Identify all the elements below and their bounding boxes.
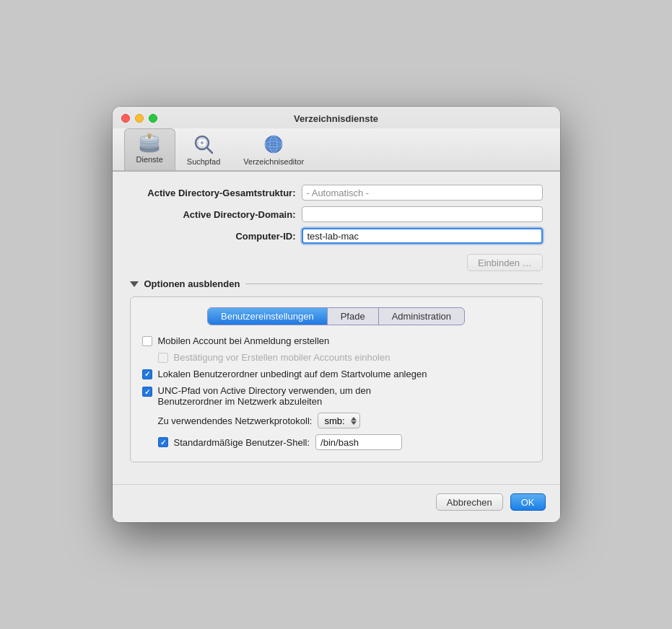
tab-bar: Benutzereinstellungen Pfade Administrati… xyxy=(142,307,531,325)
computer-id-input[interactable] xyxy=(302,228,543,244)
option-label-bestaetigung: Bestätigung vor Erstellen mobiler Accoun… xyxy=(174,352,390,363)
shell-row: Standardmäßige Benutzer-Shell: xyxy=(142,434,531,450)
tab-administration[interactable]: Administration xyxy=(379,308,464,325)
maximize-button[interactable] xyxy=(149,114,157,123)
options-toggle-label[interactable]: Optionen ausblenden xyxy=(144,278,240,289)
checkbox-bestaetigung[interactable] xyxy=(158,353,168,363)
computer-id-row: Computer-ID: xyxy=(130,228,543,244)
ok-button[interactable]: OK xyxy=(510,493,546,511)
toolbar-item-dienste[interactable]: Dienste xyxy=(124,128,175,170)
options-panel: Benutzereinstellungen Pfade Administrati… xyxy=(130,296,543,462)
option-row-mobile-account: Mobilen Account bei Anmeldung erstellen xyxy=(142,335,531,346)
toolbar: Dienste Suchpfad xyxy=(113,128,560,171)
network-label: Zu verwendendes Netzwerkprotokoll: xyxy=(158,415,313,426)
shell-label: Standardmäßige Benutzer-Shell: xyxy=(174,437,310,448)
network-select-value: smb: xyxy=(324,415,344,426)
title-bar: Verzeichnisdienste xyxy=(113,107,560,172)
checkbox-benutzerordner[interactable] xyxy=(142,369,152,379)
main-content: Active Directory-Gesamtstruktur: Active … xyxy=(113,172,560,484)
tab-benutzereinstellungen[interactable]: Benutzereinstellungen xyxy=(208,308,328,325)
verzeichniseditor-icon xyxy=(262,133,285,156)
toolbar-item-suchpfad[interactable]: Suchpfad xyxy=(175,128,232,170)
domain-row: Active Directory-Domain: xyxy=(130,206,543,222)
option-row-unc: UNC-Pfad von Active Directory verwenden,… xyxy=(142,385,531,407)
toolbar-item-verzeichniseditor-label: Verzeichniseditor xyxy=(243,157,304,166)
shell-input[interactable] xyxy=(315,434,402,450)
form-section: Active Directory-Gesamtstruktur: Active … xyxy=(130,185,543,244)
svg-line-12 xyxy=(207,148,212,153)
option-row-benutzerordner: Lokalen Benutzerordner unbedingt auf dem… xyxy=(142,369,531,379)
option-label-unc: UNC-Pfad von Active Directory verwenden,… xyxy=(158,385,372,407)
network-select[interactable]: smb: xyxy=(318,413,359,428)
minimize-button[interactable] xyxy=(135,114,144,123)
dienste-icon xyxy=(138,133,161,154)
options-toggle-row: Optionen ausblenden xyxy=(130,278,543,289)
gesamtstruktur-label: Active Directory-Gesamtstruktur: xyxy=(130,188,296,198)
arrow-up-icon xyxy=(351,417,357,421)
toolbar-item-verzeichniseditor[interactable]: Verzeichniseditor xyxy=(232,128,315,170)
options-toggle-triangle[interactable] xyxy=(130,281,139,287)
checkbox-mobile-account[interactable] xyxy=(142,336,152,346)
option-label-mobile-account: Mobilen Account bei Anmeldung erstellen xyxy=(158,335,330,346)
toolbar-item-suchpfad-label: Suchpfad xyxy=(187,157,220,166)
toolbar-item-dienste-label: Dienste xyxy=(136,155,163,164)
domain-input[interactable] xyxy=(302,206,543,222)
tab-group: Benutzereinstellungen Pfade Administrati… xyxy=(207,307,465,325)
suchpfad-icon xyxy=(192,133,215,156)
arrow-down-icon xyxy=(351,421,357,425)
gesamtstruktur-input[interactable] xyxy=(302,185,543,201)
option-row-bestaetigung: Bestätigung vor Erstellen mobiler Accoun… xyxy=(142,352,531,363)
close-button[interactable] xyxy=(121,114,130,123)
checkbox-shell[interactable] xyxy=(158,437,168,447)
main-window: Verzeichnisdienste xyxy=(113,107,560,522)
cancel-button[interactable]: Abbrechen xyxy=(436,493,503,511)
bind-row: Einbinden … xyxy=(130,254,543,271)
svg-point-9 xyxy=(147,133,152,136)
bottom-bar: Abbrechen OK xyxy=(113,484,560,522)
gesamtstruktur-row: Active Directory-Gesamtstruktur: xyxy=(130,185,543,201)
bind-button[interactable]: Einbinden … xyxy=(467,254,542,271)
window-controls xyxy=(121,114,157,123)
domain-label: Active Directory-Domain: xyxy=(130,209,296,220)
computer-id-label: Computer-ID: xyxy=(130,231,296,242)
checkbox-unc[interactable] xyxy=(142,387,152,397)
select-arrows xyxy=(351,417,357,425)
divider-line xyxy=(245,283,542,284)
network-row: Zu verwendendes Netzwerkprotokoll: smb: xyxy=(142,413,531,428)
option-label-benutzerordner: Lokalen Benutzerordner unbedingt auf dem… xyxy=(158,369,427,379)
window-title: Verzeichnisdienste xyxy=(294,113,378,124)
tab-pfade[interactable]: Pfade xyxy=(328,308,379,325)
